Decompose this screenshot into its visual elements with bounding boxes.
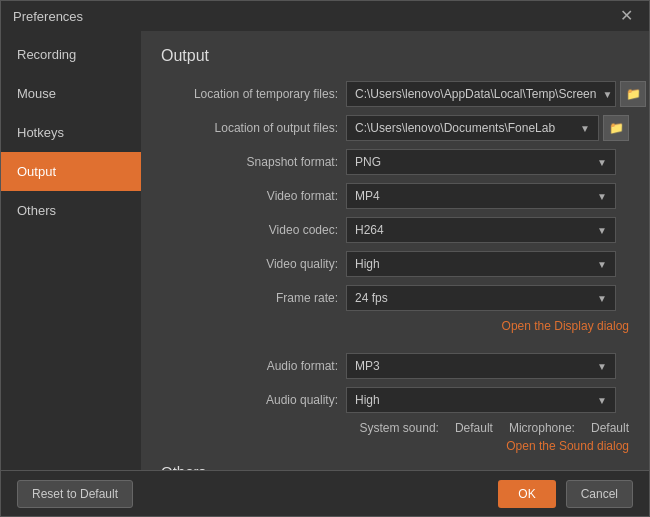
video-format-label: Video format:: [161, 189, 346, 203]
preferences-dialog: Preferences ✕ Recording Mouse Hotkeys Ou…: [0, 0, 650, 517]
temp-files-folder-btn[interactable]: 📁: [620, 81, 646, 107]
footer-right: OK Cancel: [498, 480, 633, 508]
sidebar-item-others[interactable]: Others: [1, 191, 141, 230]
audio-format-control: MP3 ▼: [346, 353, 629, 379]
temp-files-row: Location of temporary files: C:\Users\le…: [161, 81, 629, 107]
video-quality-dropdown[interactable]: High ▼: [346, 251, 616, 277]
audio-quality-row: Audio quality: High ▼: [161, 387, 629, 413]
snapshot-format-control: PNG ▼: [346, 149, 629, 175]
output-files-folder-btn[interactable]: 📁: [603, 115, 629, 141]
video-codec-value: H264: [355, 223, 384, 237]
video-format-value: MP4: [355, 189, 380, 203]
audio-format-dropdown[interactable]: MP3 ▼: [346, 353, 616, 379]
sidebar-item-output[interactable]: Output: [1, 152, 141, 191]
snapshot-format-arrow: ▼: [597, 157, 607, 168]
sidebar-item-mouse[interactable]: Mouse: [1, 74, 141, 113]
video-codec-dropdown[interactable]: H264 ▼: [346, 217, 616, 243]
temp-files-value: C:\Users\lenovo\AppData\Local\Temp\Scree…: [355, 87, 596, 101]
ok-button[interactable]: OK: [498, 480, 555, 508]
video-codec-row: Video codec: H264 ▼: [161, 217, 629, 243]
video-format-arrow: ▼: [597, 191, 607, 202]
temp-files-label: Location of temporary files:: [161, 87, 346, 101]
sidebar: Recording Mouse Hotkeys Output Others: [1, 31, 141, 470]
video-quality-row: Video quality: High ▼: [161, 251, 629, 277]
snapshot-format-value: PNG: [355, 155, 381, 169]
output-files-dropdown[interactable]: C:\Users\lenovo\Documents\FoneLab ▼: [346, 115, 599, 141]
frame-rate-arrow: ▼: [597, 293, 607, 304]
video-quality-label: Video quality:: [161, 257, 346, 271]
system-sound-label: System sound:: [360, 421, 439, 435]
video-quality-value: High: [355, 257, 380, 271]
audio-quality-arrow: ▼: [597, 395, 607, 406]
sidebar-item-hotkeys[interactable]: Hotkeys: [1, 113, 141, 152]
frame-rate-control: 24 fps ▼: [346, 285, 629, 311]
output-files-row: Location of output files: C:\Users\lenov…: [161, 115, 629, 141]
output-files-label: Location of output files:: [161, 121, 346, 135]
temp-files-arrow: ▼: [602, 89, 612, 100]
video-codec-arrow: ▼: [597, 225, 607, 236]
video-quality-control: High ▼: [346, 251, 629, 277]
temp-files-dropdown[interactable]: C:\Users\lenovo\AppData\Local\Temp\Scree…: [346, 81, 616, 107]
dialog-title: Preferences: [13, 9, 83, 24]
frame-rate-label: Frame rate:: [161, 291, 346, 305]
sound-dialog-link[interactable]: Open the Sound dialog: [161, 439, 629, 453]
sound-info-row: System sound: Default Microphone: Defaul…: [161, 421, 629, 435]
frame-rate-dropdown[interactable]: 24 fps ▼: [346, 285, 616, 311]
output-section-title: Output: [161, 47, 629, 65]
video-format-control: MP4 ▼: [346, 183, 629, 209]
reset-to-default-button[interactable]: Reset to Default: [17, 480, 133, 508]
sidebar-item-recording[interactable]: Recording: [1, 35, 141, 74]
video-codec-label: Video codec:: [161, 223, 346, 237]
audio-quality-label: Audio quality:: [161, 393, 346, 407]
audio-quality-value: High: [355, 393, 380, 407]
display-dialog-link[interactable]: Open the Display dialog: [161, 319, 629, 333]
video-codec-control: H264 ▼: [346, 217, 629, 243]
microphone-label: Microphone:: [509, 421, 575, 435]
audio-format-label: Audio format:: [161, 359, 346, 373]
output-files-arrow: ▼: [580, 123, 590, 134]
close-button[interactable]: ✕: [616, 8, 637, 24]
snapshot-format-label: Snapshot format:: [161, 155, 346, 169]
video-format-dropdown[interactable]: MP4 ▼: [346, 183, 616, 209]
microphone-value: Default: [591, 421, 629, 435]
snapshot-format-row: Snapshot format: PNG ▼: [161, 149, 629, 175]
cancel-button[interactable]: Cancel: [566, 480, 633, 508]
output-files-value: C:\Users\lenovo\Documents\FoneLab: [355, 121, 555, 135]
title-bar: Preferences ✕: [1, 1, 649, 31]
main-content: Recording Mouse Hotkeys Output Others Ou…: [1, 31, 649, 470]
snapshot-format-dropdown[interactable]: PNG ▼: [346, 149, 616, 175]
audio-format-row: Audio format: MP3 ▼: [161, 353, 629, 379]
audio-quality-control: High ▼: [346, 387, 629, 413]
audio-format-arrow: ▼: [597, 361, 607, 372]
frame-rate-row: Frame rate: 24 fps ▼: [161, 285, 629, 311]
temp-files-control: C:\Users\lenovo\AppData\Local\Temp\Scree…: [346, 81, 646, 107]
content-area: Output Location of temporary files: C:\U…: [141, 31, 649, 470]
frame-rate-value: 24 fps: [355, 291, 388, 305]
video-quality-arrow: ▼: [597, 259, 607, 270]
audio-quality-dropdown[interactable]: High ▼: [346, 387, 616, 413]
system-sound-value: Default: [455, 421, 493, 435]
audio-format-value: MP3: [355, 359, 380, 373]
video-format-row: Video format: MP4 ▼: [161, 183, 629, 209]
footer: Reset to Default OK Cancel: [1, 470, 649, 516]
output-files-control: C:\Users\lenovo\Documents\FoneLab ▼ 📁: [346, 115, 629, 141]
others-section-title: Others: [161, 463, 629, 470]
